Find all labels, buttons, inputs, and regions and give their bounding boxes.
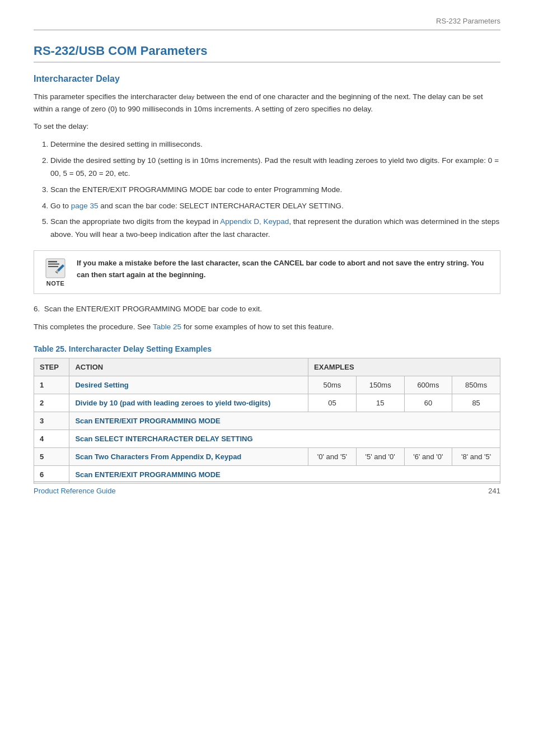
breadcrumb: RS-232 Parameters bbox=[34, 17, 500, 30]
row2-ex4: 85 bbox=[452, 394, 500, 412]
row3-action: Scan ENTER/EXIT PROGRAMMING MODE bbox=[69, 412, 500, 430]
page35-link[interactable]: page 35 bbox=[71, 202, 99, 210]
row2-step: 2 bbox=[34, 394, 69, 412]
step-6-text: 6. Scan the ENTER/EXIT PROGRAMMING MODE … bbox=[34, 303, 500, 315]
row4-step: 4 bbox=[34, 430, 69, 447]
col-step: STEP bbox=[34, 358, 69, 376]
section-title: RS-232/USB COM Parameters bbox=[34, 44, 500, 63]
page-footer: Product Reference Guide 241 bbox=[34, 482, 500, 495]
step-4: Go to page 35 and scan the bar code: SEL… bbox=[50, 200, 500, 213]
table-row: 4 Scan SELECT INTERCHARACTER DELAY SETTI… bbox=[34, 430, 500, 447]
col-action: ACTION bbox=[69, 358, 308, 376]
table-row: 2 Divide by 10 (pad with leading zeroes … bbox=[34, 394, 500, 412]
row1-step: 1 bbox=[34, 376, 69, 394]
row1-ex2: 150ms bbox=[356, 376, 404, 394]
row1-ex3: 600ms bbox=[404, 376, 452, 394]
note-icon-area: NOTE bbox=[42, 258, 69, 287]
closing-text: This completes the procedure. See Table … bbox=[34, 321, 500, 333]
row2-ex3: 60 bbox=[404, 394, 452, 412]
table-row: 3 Scan ENTER/EXIT PROGRAMMING MODE bbox=[34, 412, 500, 430]
note-text: If you make a mistake before the last ch… bbox=[77, 258, 492, 281]
footer-page-number: 241 bbox=[488, 487, 500, 495]
row5-step: 5 bbox=[34, 447, 69, 465]
examples-table: STEP ACTION EXAMPLES 1 Desired Setting 5… bbox=[34, 358, 500, 484]
appendix-link[interactable]: Appendix D, Keypad bbox=[220, 217, 289, 226]
table-row: 5 Scan Two Characters From Appendix D, K… bbox=[34, 447, 500, 465]
row5-ex2: '5' and '0' bbox=[356, 447, 404, 465]
note-label: NOTE bbox=[46, 280, 65, 287]
row2-ex1: 05 bbox=[308, 394, 357, 412]
note-box: NOTE If you make a mistake before the la… bbox=[34, 250, 500, 294]
col-examples: EXAMPLES bbox=[308, 358, 500, 376]
table-caption: Table 25. Intercharacter Delay Setting E… bbox=[34, 344, 500, 353]
row1-action: Desired Setting bbox=[69, 376, 308, 394]
row5-action: Scan Two Characters From Appendix D, Key… bbox=[69, 447, 308, 465]
row4-action: Scan SELECT INTERCHARACTER DELAY SETTING bbox=[69, 430, 500, 447]
row3-step: 3 bbox=[34, 412, 69, 430]
step-3: Scan the ENTER/EXIT PROGRAMMING MODE bar… bbox=[50, 184, 500, 197]
footer-title: Product Reference Guide bbox=[34, 487, 116, 495]
row5-ex3: '6' and '0' bbox=[404, 447, 452, 465]
step-1: Determine the desired setting in millise… bbox=[50, 138, 500, 151]
note-pencil-icon bbox=[45, 258, 66, 279]
svg-rect-1 bbox=[48, 261, 57, 263]
row1-ex1: 50ms bbox=[308, 376, 357, 394]
row6-step: 6 bbox=[34, 465, 69, 483]
svg-rect-2 bbox=[48, 264, 59, 265]
step-5: Scan the appropriate two digits from the… bbox=[50, 216, 500, 241]
intro-paragraph-1: This parameter specifies the intercharac… bbox=[34, 91, 500, 115]
table25-link[interactable]: Table 25 bbox=[153, 323, 181, 331]
row5-ex4: '8' and '5' bbox=[452, 447, 500, 465]
row5-ex1: '0' and '5' bbox=[308, 447, 357, 465]
row2-ex2: 15 bbox=[356, 394, 404, 412]
row2-action: Divide by 10 (pad with leading zeroes to… bbox=[69, 394, 308, 412]
steps-list: Determine the desired setting in millise… bbox=[50, 138, 500, 242]
table-row: 6 Scan ENTER/EXIT PROGRAMMING MODE bbox=[34, 465, 500, 483]
row6-action: Scan ENTER/EXIT PROGRAMMING MODE bbox=[69, 465, 500, 483]
subsection-title: Intercharacter Delay bbox=[34, 74, 500, 84]
intro-paragraph-2: To set the delay: bbox=[34, 120, 500, 133]
table-row: 1 Desired Setting 50ms 150ms 600ms 850ms bbox=[34, 376, 500, 394]
svg-rect-3 bbox=[48, 266, 58, 267]
row1-ex4: 850ms bbox=[452, 376, 500, 394]
step-2: Divide the desired setting by 10 (settin… bbox=[50, 155, 500, 180]
